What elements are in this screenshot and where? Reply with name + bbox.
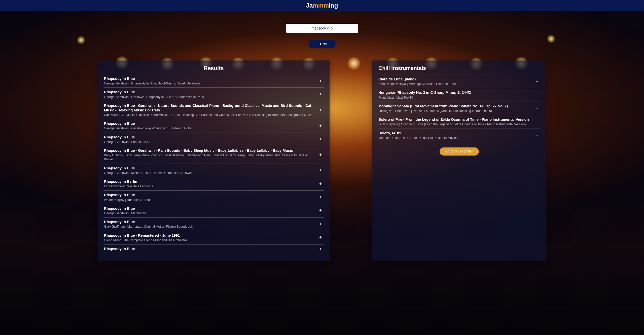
add-track-button[interactable]: +: [317, 181, 324, 187]
track-title: Rhapsody in Blue: [104, 220, 314, 224]
track-info: Rhapsody in BlueGeorge Gershwin | Gershw…: [104, 121, 317, 130]
track-meta: George Gershwin | Gershwin: Rhapsody in …: [104, 95, 314, 99]
track-info: Rhapsody in BlueWalter Murphy | Rhapsody…: [104, 193, 317, 202]
track-row: Rhapsody In BlueGeorge Gershwin | Rhapso…: [103, 74, 324, 87]
remove-track-button[interactable]: -: [534, 106, 540, 111]
track-meta: George Gershwin | Manhattan: [104, 211, 314, 215]
track-meta: George Gershwin | Rhapsody In Blue: Sain…: [104, 81, 314, 85]
results-list: Rhapsody In BlueGeorge Gershwin | Rhapso…: [103, 74, 324, 254]
track-meta: Ludwig van Beethoven | Peaceful Moments …: [378, 109, 531, 113]
track-title: Hungarian Rhapsody No. 2 in C-Sharp Mino…: [378, 90, 531, 95]
track-info: Boléro, M. 81Maurice Ravel | The Greates…: [378, 131, 534, 140]
track-row: Rhapsody in BlueGeorge Gershwin | Manhat…: [103, 204, 324, 217]
remove-track-button[interactable]: -: [534, 92, 540, 98]
playlist-list: Clare de Lune (piano)Nina Postolovskaya …: [378, 75, 541, 142]
track-info: Rhapsody in BlueGeorge Gershwin | Michae…: [104, 166, 317, 175]
track-info: Hungarian Rhapsody No. 2 in C-Sharp Mino…: [378, 90, 534, 99]
playlist-panel: Chill Instrumentals Clare de Lune (piano…: [372, 60, 546, 261]
track-title: Moonlight Sonata (First Movement from Pi…: [378, 104, 531, 108]
track-row: Rhapsody In Blue - Gershwin - Nature Sou…: [103, 101, 324, 119]
track-info: Bolero of Fire - From the Legend of Zeld…: [378, 117, 534, 126]
track-info: Rhapsody In Blue: [104, 247, 317, 252]
track-info: Clare de Lune (piano)Nina Postolovskaya …: [378, 77, 534, 86]
track-info: Rhapsody In BlueGeorge Gershwin | Rhapso…: [104, 76, 317, 85]
track-row: Rhapsody in BlueGeorge Gershwin | Michae…: [103, 164, 324, 177]
track-row: Moonlight Sonata (First Movement from Pi…: [378, 102, 541, 115]
add-track-button[interactable]: +: [317, 137, 324, 142]
track-row: Rhapsody In Blue - Gershwin - Rain Sound…: [103, 146, 324, 164]
track-meta: Baby Lullaby | Baby Sleep Music Playlist…: [104, 153, 314, 162]
track-info: Rhapsody In Blue - Remastered - June 199…: [104, 233, 317, 242]
add-track-button[interactable]: +: [317, 108, 324, 113]
add-track-button[interactable]: +: [317, 168, 324, 173]
track-row: Rhapsody In BerlinIdris Ackamoor | We Be…: [103, 177, 324, 190]
track-row: Rhapsody in BlueGeorge Gershwin | Gershw…: [103, 87, 324, 101]
track-meta: George Gershwin | Fantasia 2000: [104, 140, 314, 144]
search-input[interactable]: [286, 24, 358, 33]
add-track-button[interactable]: +: [317, 222, 324, 227]
track-title: Rhapsody in Blue: [104, 206, 314, 211]
track-info: Rhapsody In Blue - Gershwin - Rain Sound…: [104, 148, 317, 162]
track-info: Rhapsody in BlueGary Graffman | Manhatta…: [104, 220, 317, 229]
add-track-button[interactable]: +: [317, 92, 324, 97]
track-meta: Glenn Miller | The Complete Glenn Miller…: [104, 238, 314, 242]
track-title: Rhapsody In Blue - Gershwin - Nature Sou…: [104, 103, 314, 112]
track-info: Rhapsody in BlueGeorge Gershwin | Gershw…: [104, 90, 317, 99]
app-logo: Jammming: [306, 2, 338, 9]
track-title: Rhapsody In Blue - Remastered - June 199…: [104, 233, 314, 238]
add-track-button[interactable]: +: [317, 208, 324, 213]
main-background: SEARCH Results Rhapsody In BlueGeorge Ge…: [0, 11, 644, 335]
remove-track-button[interactable]: -: [534, 133, 540, 138]
track-title: Rhapsody in Blue: [104, 193, 314, 197]
search-area: SEARCH: [0, 24, 644, 48]
add-track-button[interactable]: +: [317, 235, 324, 240]
track-title: Rhapsody In Blue: [104, 135, 314, 139]
track-info: Rhapsody In Blue - Gershwin - Nature Sou…: [104, 103, 317, 117]
track-row: Rhapsody In Blue - Remastered - June 199…: [103, 231, 324, 244]
add-track-button[interactable]: +: [317, 78, 324, 84]
track-meta: Idris Ackamoor | We Be All Africans: [104, 184, 314, 188]
track-title: Rhapsody in Blue: [104, 121, 314, 126]
logo-mid: mmm: [313, 2, 329, 9]
add-track-button[interactable]: +: [317, 123, 324, 129]
track-row: Rhapsody In BlueGeorge Gershwin | Fantas…: [103, 133, 324, 146]
track-title: Rhapsody In Blue: [104, 247, 314, 251]
track-title: Bolero of Fire - From the Legend of Zeld…: [378, 117, 531, 122]
track-meta: Walter Murphy | Rhapsody in Blue: [104, 198, 314, 202]
remove-track-button[interactable]: -: [534, 79, 540, 84]
track-meta: Cat Music | Cat Music: Classical Piano M…: [104, 113, 314, 117]
track-title: Rhapsody in Blue: [104, 166, 314, 170]
add-track-button[interactable]: +: [317, 152, 324, 158]
track-meta: George Gershwin | Gershwin Plays Gershwi…: [104, 126, 314, 130]
track-row: Rhapsody in BlueGary Graffman | Manhatta…: [103, 217, 324, 231]
save-to-spotify-button[interactable]: SAVE TO SPOTIFY: [440, 147, 479, 156]
track-meta: Giulio Capone | Ocarina of Time (From th…: [378, 122, 531, 126]
add-track-button[interactable]: +: [317, 195, 324, 200]
track-meta: Gary Graffman | Manhattan: Original Moti…: [104, 225, 314, 229]
track-title: Boléro, M. 81: [378, 131, 531, 135]
track-row: Bolero of Fire - From the Legend of Zeld…: [378, 115, 541, 128]
track-info: Rhapsody In BlueGeorge Gershwin | Fantas…: [104, 135, 317, 144]
track-meta: Franz Liszt | Liszt Top 10: [378, 96, 531, 100]
track-row: Clare de Lune (piano)Nina Postolovskaya …: [378, 75, 541, 88]
add-track-button[interactable]: +: [317, 247, 324, 252]
remove-track-button[interactable]: -: [534, 119, 540, 125]
results-panel: Results Rhapsody In BlueGeorge Gershwin …: [98, 60, 330, 261]
track-row: Boléro, M. 81Maurice Ravel | The Greates…: [378, 129, 541, 142]
logo-post: ing: [329, 2, 338, 9]
app-header: Jammming: [0, 0, 644, 11]
track-row: Rhapsody in BlueWalter Murphy | Rhapsody…: [103, 190, 324, 204]
track-row: Rhapsody in BlueGeorge Gershwin | Gershw…: [103, 119, 324, 132]
search-button[interactable]: SEARCH: [308, 40, 336, 48]
track-info: Moonlight Sonata (First Movement from Pi…: [378, 104, 534, 113]
track-info: Rhapsody In BerlinIdris Ackamoor | We Be…: [104, 179, 317, 188]
playlist-title: Chill Instrumentals: [378, 65, 541, 71]
track-meta: Nina Postolovskaya | Meritage Classical:…: [378, 82, 531, 86]
track-info: Rhapsody in BlueGeorge Gershwin | Manhat…: [104, 206, 317, 215]
results-title: Results: [103, 65, 324, 72]
track-title: Clare de Lune (piano): [378, 77, 531, 81]
logo-pre: Ja: [306, 2, 313, 9]
track-meta: George Gershwin | Michael Tilson Thomas …: [104, 171, 314, 175]
track-title: Rhapsody in Blue: [104, 90, 314, 94]
track-title: Rhapsody In Blue - Gershwin - Rain Sound…: [104, 148, 314, 153]
